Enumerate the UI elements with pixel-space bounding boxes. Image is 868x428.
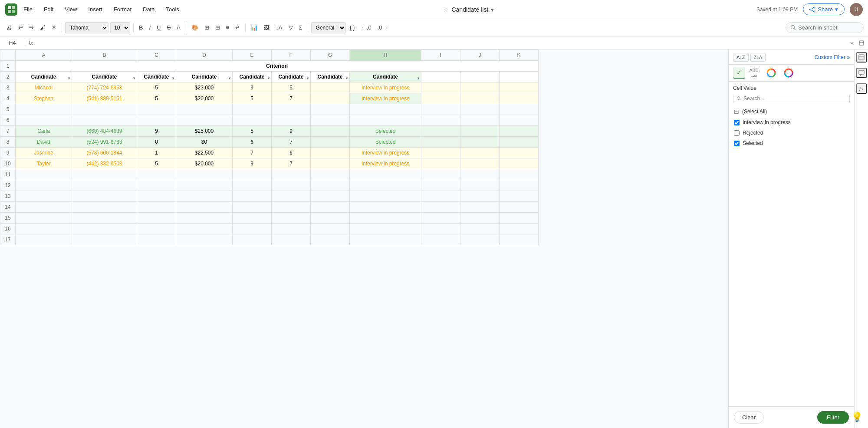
cell-4A[interactable]: Stephen xyxy=(16,93,72,104)
chart-button[interactable]: 📊 xyxy=(249,23,260,32)
cell-5J[interactable] xyxy=(460,104,500,115)
header-C[interactable]: Candidate ▾ xyxy=(137,72,176,82)
cell-7K[interactable] xyxy=(500,126,539,137)
cell-9A[interactable]: Jasmine xyxy=(16,148,72,158)
cell-5E[interactable] xyxy=(233,104,272,115)
borders-button[interactable]: ⊞ xyxy=(202,23,211,32)
fill-color-button[interactable]: 🎨 xyxy=(189,23,201,32)
cell-properties-icon[interactable] xyxy=(858,40,865,46)
cell-3K[interactable] xyxy=(500,82,539,93)
cell-6E[interactable] xyxy=(233,115,272,126)
header-E[interactable]: Candidate ▾ xyxy=(233,72,272,82)
col-header-J[interactable]: J xyxy=(460,50,500,61)
cell-4F[interactable]: 7 xyxy=(272,93,311,104)
col-header-E[interactable]: E xyxy=(233,50,272,61)
filter-checkbox-rejected[interactable] xyxy=(734,130,740,136)
search-input[interactable] xyxy=(798,24,850,31)
cell-8J[interactable] xyxy=(460,137,500,148)
cell-5G[interactable] xyxy=(311,104,350,115)
cell-7G[interactable] xyxy=(311,126,350,137)
formula-button[interactable]: Σ xyxy=(297,23,305,32)
filter-apply-button[interactable]: Filter xyxy=(817,411,849,424)
cell-5F[interactable] xyxy=(272,104,311,115)
header-D-dropdown-icon[interactable]: ▾ xyxy=(229,76,230,80)
paint-format-button[interactable]: 🖌 xyxy=(38,23,48,32)
cell-7B[interactable]: (660) 484-4639 xyxy=(72,126,137,137)
cell-6F[interactable] xyxy=(272,115,311,126)
header-I[interactable] xyxy=(421,72,460,82)
cell-8F[interactable]: 7 xyxy=(272,137,311,148)
cell-10K[interactable] xyxy=(500,158,539,169)
header-E-dropdown-icon[interactable]: ▾ xyxy=(268,76,270,80)
cell-6C[interactable] xyxy=(137,115,176,126)
col-header-I[interactable]: I xyxy=(421,50,460,61)
spreadsheet[interactable]: A B C D E F G H I J K 1 Criterion xyxy=(0,49,728,428)
header-J[interactable] xyxy=(460,72,500,82)
side-comment-button[interactable] xyxy=(856,68,867,78)
font-family-select[interactable]: Tahoma xyxy=(65,22,108,33)
cell-4G[interactable] xyxy=(311,93,350,104)
cell-4K[interactable] xyxy=(500,93,539,104)
formula-input[interactable] xyxy=(36,40,845,46)
filter-tab-color-2[interactable] xyxy=(780,66,797,79)
header-B-dropdown-icon[interactable]: ▾ xyxy=(133,76,135,80)
filter-tab-color-1[interactable] xyxy=(763,66,779,79)
filter-checkbox-interview[interactable] xyxy=(734,120,740,125)
cell-10G[interactable] xyxy=(311,158,350,169)
cell-10H[interactable]: Interview in progress xyxy=(350,158,421,169)
cell-4J[interactable] xyxy=(460,93,500,104)
merge-button[interactable]: ⊟ xyxy=(213,23,222,32)
cell-9K[interactable] xyxy=(500,148,539,158)
cell-10E[interactable]: 9 xyxy=(233,158,272,169)
formula-expand-icon[interactable] xyxy=(849,40,855,46)
header-H-dropdown-icon[interactable]: ▾ xyxy=(418,76,419,80)
cell-10A[interactable]: Taylor xyxy=(16,158,72,169)
cell-3E[interactable]: 9 xyxy=(233,82,272,93)
cell-8A[interactable]: David xyxy=(16,137,72,148)
cell-5C[interactable] xyxy=(137,104,176,115)
cell-4D[interactable]: $20,000 xyxy=(176,93,233,104)
header-G-dropdown-icon[interactable]: ▾ xyxy=(346,76,348,80)
filter-search-input[interactable] xyxy=(743,95,846,102)
font-size-select[interactable]: 10 xyxy=(110,22,130,33)
sort-asc-button[interactable]: A↓Z xyxy=(733,53,749,62)
cell-5B[interactable] xyxy=(72,104,137,115)
cell-7E[interactable]: 5 xyxy=(233,126,272,137)
inc-decimal-button[interactable]: .0→ xyxy=(375,23,390,32)
bold-button[interactable]: B xyxy=(137,23,145,32)
header-A[interactable]: Candidate ▾ xyxy=(16,72,72,82)
cell-8E[interactable]: 6 xyxy=(233,137,272,148)
cell-7I[interactable] xyxy=(421,126,460,137)
filter-label-interview[interactable]: Interview in progress xyxy=(743,119,791,125)
cell-5D[interactable] xyxy=(176,104,233,115)
menu-format[interactable]: Format xyxy=(112,5,133,13)
cell-9C[interactable]: 1 xyxy=(137,148,176,158)
cell-7C[interactable]: 9 xyxy=(137,126,176,137)
col-header-K[interactable]: K xyxy=(500,50,539,61)
cell-8G[interactable] xyxy=(311,137,350,148)
cell-7D[interactable]: $25,000 xyxy=(176,126,233,137)
side-formula-button[interactable]: fx xyxy=(856,83,867,94)
title-chevron-icon[interactable]: ▾ xyxy=(491,6,494,13)
cell-6I[interactable] xyxy=(421,115,460,126)
cell-9F[interactable]: 6 xyxy=(272,148,311,158)
col-header-F[interactable]: F xyxy=(272,50,311,61)
cell-8B[interactable]: (524) 991-6783 xyxy=(72,137,137,148)
cell-5I[interactable] xyxy=(421,104,460,115)
side-properties-button[interactable] xyxy=(856,52,867,63)
cell-3C[interactable]: 5 xyxy=(137,82,176,93)
font-color-button[interactable]: A xyxy=(174,23,183,32)
dec-decimal-button[interactable]: ←.0 xyxy=(359,23,374,32)
header-G[interactable]: Candidate ▾ xyxy=(311,72,350,82)
wrap-button[interactable]: ↵ xyxy=(233,23,242,32)
cell-6K[interactable] xyxy=(500,115,539,126)
cell-10C[interactable]: 5 xyxy=(137,158,176,169)
image-button[interactable]: 🖼 xyxy=(262,23,272,32)
cell-8C[interactable]: 0 xyxy=(137,137,176,148)
header-C-dropdown-icon[interactable]: ▾ xyxy=(172,76,174,80)
cell-9D[interactable]: $22,500 xyxy=(176,148,233,158)
header-H[interactable]: Candidate ▾ xyxy=(350,72,421,82)
underline-button[interactable]: U xyxy=(155,23,163,32)
filter-label-rejected[interactable]: Rejected xyxy=(743,130,763,136)
clear-format-button[interactable]: ✕ xyxy=(49,23,59,32)
